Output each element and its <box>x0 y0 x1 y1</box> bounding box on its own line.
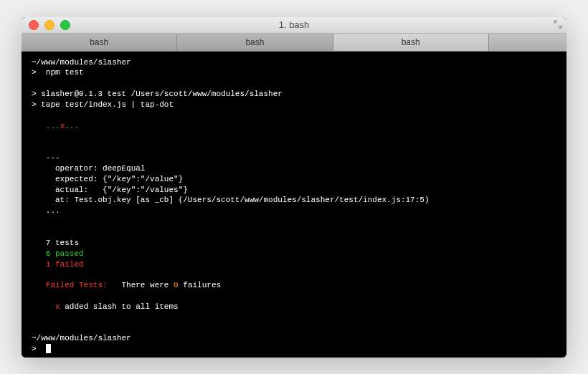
failed-summary-prefix: There were <box>121 281 174 289</box>
terminal-window: 1. bash bash bash bash ~/www/modules/sla… <box>22 17 566 358</box>
trailing-dots: ... <box>46 206 60 215</box>
fullscreen-icon[interactable] <box>554 20 562 29</box>
prompt: > <box>32 345 37 353</box>
tab-label: bash <box>402 37 420 47</box>
cwd-line: ~/www/modules/slasher <box>32 334 131 342</box>
tab-inactive-spacer[interactable] <box>489 34 566 51</box>
zoom-icon[interactable] <box>60 20 70 30</box>
tap-dots-pass: ... <box>46 122 60 130</box>
close-icon[interactable] <box>29 20 39 30</box>
expected-line: expected: {"/key":"/value"} <box>55 175 183 183</box>
npm-runner-line: > slasher@0.1.3 test /Users/scott/www/mo… <box>32 90 283 98</box>
window-title: 1. bash <box>279 19 310 30</box>
prompt: > <box>32 68 37 77</box>
failed-tests-label: Failed Tests: <box>46 281 108 289</box>
terminal-output[interactable]: ~/www/modules/slasher > npm test > slash… <box>22 52 566 358</box>
tab-2[interactable]: bash <box>333 34 489 51</box>
actual-line: actual: {"/key":"/values"} <box>55 186 188 194</box>
minimize-icon[interactable] <box>44 20 54 30</box>
failed-summary-number: 0 <box>174 281 179 289</box>
tab-1[interactable]: bash <box>177 34 333 51</box>
cwd-line: ~/www/modules/slasher <box>32 58 131 67</box>
failed-summary-suffix: failures <box>179 281 221 289</box>
tab-0[interactable]: bash <box>22 34 177 51</box>
cursor-icon <box>46 344 51 353</box>
divider: --- <box>46 153 60 162</box>
tests-count: 7 tests <box>46 239 79 247</box>
tab-bar: bash bash bash <box>22 34 566 52</box>
tap-dots-pass: ... <box>65 122 79 130</box>
tab-label: bash <box>90 37 108 47</box>
command: npm test <box>46 68 84 77</box>
at-line: at: Test.obj.key [as _cb] (/Users/scott/… <box>55 196 430 204</box>
window-controls <box>29 20 70 30</box>
npm-runner-line: > tape test/index.js | tap-dot <box>32 100 174 109</box>
titlebar: 1. bash <box>22 17 566 34</box>
failed-item: added slash to all items <box>60 302 179 311</box>
failed-item-marker: x <box>55 302 60 311</box>
operator-line: operator: deepEqual <box>55 164 145 173</box>
tab-label: bash <box>245 37 264 47</box>
failed-count: 1 failed <box>46 260 84 269</box>
passed-count: 6 passed <box>46 249 84 258</box>
